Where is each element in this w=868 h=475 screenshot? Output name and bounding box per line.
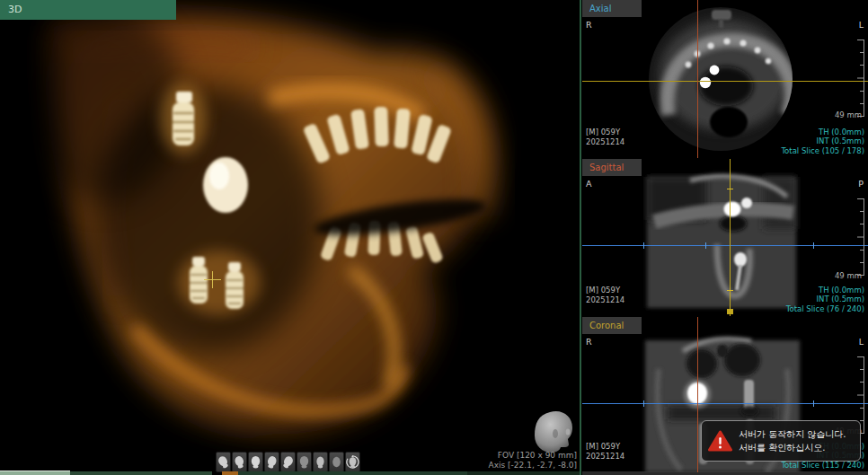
3d-viewport[interactable]: 3D — [0, 0, 580, 475]
coronal-patient: [M] 059Y — [586, 442, 624, 452]
sagittal-ruler — [855, 198, 865, 276]
sagittal-yellow-tick — [727, 290, 733, 291]
coronal-orientation-right: L — [859, 337, 864, 347]
axial-total-slice: Total Slice (105 / 178) — [781, 146, 864, 156]
head-rotate-icon — [346, 455, 359, 469]
axial-slice-info: TH (0.0mm) INT (0.5mm) Total Slice (105 … — [781, 128, 864, 156]
head-top-icon — [331, 455, 342, 469]
head-right-oblique-icon — [266, 455, 278, 469]
axial-orientation-right: L — [859, 20, 864, 30]
coronal-orientation-left: R — [586, 337, 592, 347]
strip-track-2 — [238, 471, 467, 475]
cbct-viewer-window: 3D — [0, 0, 868, 475]
3d-volume-render — [0, 0, 580, 475]
coronal-panel-tab[interactable]: Coronal — [582, 317, 642, 334]
coronal-crosshair-horizontal[interactable] — [582, 403, 868, 404]
axial-patient-info: [M] 059Y 20251214 — [586, 128, 624, 147]
warning-line-2: 서버를 확인하십시오. — [739, 441, 846, 454]
axial-panel: Axial R L 49 mm [M] 059Y 20251214 TH (0.… — [582, 0, 868, 158]
sagittal-thickness: TH (0.0mm) — [786, 286, 864, 295]
warning-line-1: 서버가 동작하지 않습니다. — [739, 427, 846, 441]
strip-marker-orange — [222, 471, 238, 475]
coronal-patient-info: [M] 059Y 20251214 — [586, 442, 624, 462]
fov-info: FOV [120 x 90 mm] Axis [-22.1, -2.7, -8.… — [489, 451, 577, 470]
axial-ruler — [855, 40, 865, 117]
axial-patient: [M] 059Y — [586, 128, 624, 137]
strip-track-3 — [467, 471, 580, 475]
coronal-blue-tick — [643, 400, 644, 407]
pane-divider[interactable] — [580, 0, 581, 475]
orient-button-head-rotate[interactable] — [345, 452, 360, 472]
sagittal-interval: INT (0.5mm) — [786, 295, 864, 304]
sagittal-panel-tab[interactable]: Sagittal — [582, 159, 642, 176]
axial-date: 20251214 — [586, 137, 624, 147]
head-back-icon — [298, 455, 310, 469]
head-front-icon — [250, 455, 261, 469]
orient-button-head-left-oblique[interactable] — [232, 452, 247, 472]
sagittal-scale-label: 49 mm — [835, 271, 862, 280]
sagittal-patient: [M] 059Y — [586, 286, 624, 295]
sagittal-yellow-tick — [727, 189, 733, 189]
coronal-date: 20251214 — [586, 452, 624, 462]
sagittal-patient-info: [M] 059Y 20251214 — [586, 286, 624, 305]
axial-orientation-left: R — [586, 20, 592, 30]
3d-tab-label: 3D — [8, 4, 22, 15]
axial-crosshair-vertical[interactable] — [697, 0, 698, 158]
axial-scale-label: 49 mm — [835, 110, 862, 119]
warning-icon — [708, 430, 732, 452]
axial-panel-tab[interactable]: Axial — [582, 0, 642, 17]
reference-head-model[interactable] — [528, 409, 579, 454]
orient-button-head-front[interactable] — [248, 452, 263, 472]
axial-thickness: TH (0.0mm) — [781, 128, 864, 137]
orient-button-head-right-profile[interactable] — [280, 452, 296, 472]
sagittal-panel: Sagittal A P 49 mm [M] 059Y 20251214 TH … — [582, 159, 868, 316]
coronal-panel-title: Coronal — [589, 321, 624, 330]
orient-button-head-right-oblique[interactable] — [264, 452, 279, 472]
warning-text: 서버가 동작하지 않습니다. 서버를 확인하십시오. — [739, 427, 846, 454]
head-left-profile-icon — [217, 455, 229, 469]
orient-button-head-top[interactable] — [329, 452, 344, 472]
server-warning-dialog[interactable]: 서버가 동작하지 않습니다. 서버를 확인하십시오. — [701, 420, 861, 462]
sagittal-crosshair-vertical[interactable] — [730, 159, 731, 316]
orient-button-head-left-profile[interactable] — [216, 452, 231, 472]
coronal-crosshair-vertical[interactable] — [697, 317, 698, 472]
axial-panel-title: Axial — [589, 4, 611, 13]
sagittal-panel-title: Sagittal — [589, 163, 624, 172]
coronal-blue-tick — [813, 400, 814, 407]
sagittal-line-handle[interactable] — [727, 309, 733, 314]
sagittal-crosshair-horizontal[interactable] — [582, 245, 868, 246]
axis-value: Axis [-22.1, -2.7, -8.0] — [489, 461, 577, 471]
orient-button-head-back[interactable] — [297, 452, 312, 472]
sagittal-date: 20251214 — [586, 295, 624, 305]
strip-thumb[interactable] — [0, 471, 70, 475]
sagittal-blue-tick — [643, 242, 644, 249]
head-front-tilt-icon — [314, 455, 326, 469]
coronal-total-slice: Total Slice (115 / 240) — [781, 461, 864, 471]
strip-track — [70, 471, 212, 475]
sagittal-total-slice: Total Slice (76 / 240) — [786, 304, 864, 314]
sagittal-orientation-right: P — [858, 179, 864, 189]
sagittal-blue-tick — [705, 242, 706, 249]
orient-button-head-front-tilt[interactable] — [313, 452, 328, 472]
sagittal-orientation-left: A — [586, 179, 592, 189]
head-left-oblique-icon — [234, 455, 245, 469]
fov-value: FOV [120 x 90 mm] — [489, 451, 577, 461]
orientation-toolbar — [216, 452, 360, 472]
axial-crosshair-horizontal[interactable] — [582, 81, 868, 82]
sagittal-blue-tick — [813, 242, 814, 249]
axial-interval: INT (0.5mm) — [781, 136, 864, 146]
sagittal-slice-info: TH (0.0mm) INT (0.5mm) Total Slice (76 /… — [786, 286, 864, 314]
3d-tab[interactable]: 3D — [0, 0, 176, 20]
head-right-profile-icon — [282, 455, 294, 469]
